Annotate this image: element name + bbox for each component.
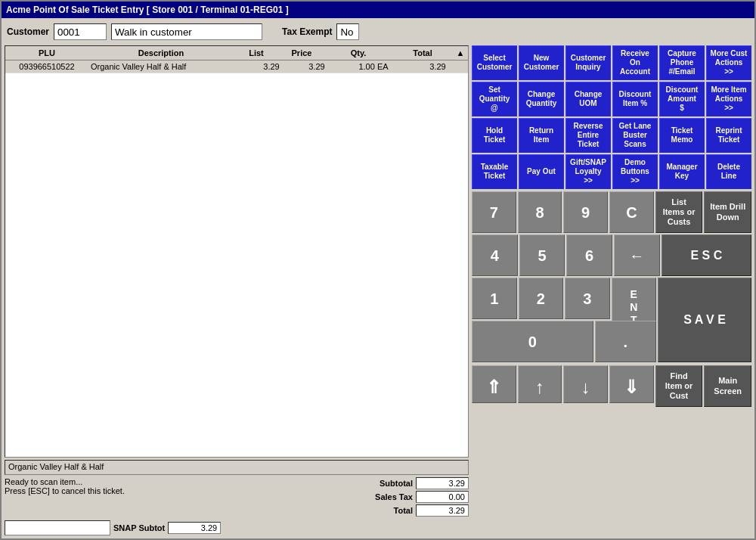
status-area: Ready to scan item... Press [ESC] to can… [5,477,357,517]
snap-value [168,522,221,534]
key-9[interactable]: 9 [563,191,608,233]
btn-up-fast[interactable]: ⇑ [472,365,516,403]
btn-pay-out[interactable]: Pay Out [519,154,564,189]
salestax-label: Sales Tax [360,492,413,501]
total-row: Total [360,504,469,517]
btn-up[interactable]: ↑ [518,365,562,403]
key-backspace[interactable]: ← [614,234,660,276]
item-description-bar: Organic Valley Half & Half [5,460,469,475]
subtotal-row: Subtotal [360,477,469,489]
btn-change-quantity[interactable]: ChangeQuantity [519,82,564,116]
btn-hold-ticket[interactable]: HoldTicket [472,118,517,153]
key-7[interactable]: 7 [472,191,516,233]
table-body: 093966510522 Organic Valley Half & Half … [5,61,468,457]
btn-get-lane-buster[interactable]: Get LaneBusterScans [612,118,658,153]
customer-label: Customer [7,26,49,37]
customer-id-input[interactable] [54,23,107,40]
cell-plu: 093966510522 [5,61,88,72]
col-list: List [234,48,279,58]
btn-down[interactable]: ↓ [563,365,608,403]
btn-more-item-actions[interactable]: More ItemActions>> [706,82,751,116]
btn-find-item[interactable]: FindItem orCust [655,365,703,407]
ticket-table: PLU Description List Price Qty. Total ▲ … [5,45,469,458]
btn-taxable-ticket[interactable]: TaxableTicket [472,154,517,189]
col-price: Price [279,48,324,58]
btn-ticket-memo[interactable]: TicketMemo [659,118,705,153]
customer-name-input[interactable] [111,23,262,40]
cell-total: 3.29 [407,61,468,72]
key-dot[interactable]: . [595,321,656,362]
totals-area: Subtotal Sales Tax Total [360,477,469,517]
table-row[interactable]: 093966510522 Organic Valley Half & Half … [5,61,468,73]
title-bar: Acme Point Of Sale Ticket Entry [ Store … [2,2,754,18]
key-6[interactable]: 6 [566,234,612,276]
btn-main-screen[interactable]: MainScreen [704,365,751,407]
cell-description: Organic Valley Half & Half [88,61,249,72]
total-label: Total [360,506,413,515]
btn-select-customer[interactable]: SelectCustomer [472,45,517,80]
tax-exempt-input[interactable] [336,23,359,40]
col-scroll: ▲ [453,48,468,58]
key-2[interactable]: 2 [519,278,564,319]
key-4[interactable]: 4 [472,234,518,276]
numpad-area: 7 8 9 C ListItems orCusts Item DrillDown… [472,191,751,407]
action-buttons-grid: SelectCustomer NewCustomer CustomerInqui… [472,45,751,189]
cell-qty: 1.00 EA [339,61,407,72]
item-description-text: Organic Valley Half & Half [8,462,104,471]
key-3[interactable]: 3 [565,278,610,319]
tax-exempt-label: Tax Exempt [282,26,332,37]
btn-manager-key[interactable]: ManagerKey [659,154,705,189]
snap-row: SNAP Subtot [5,520,469,535]
key-c[interactable]: C [609,191,654,233]
btn-change-uom[interactable]: ChangeUOM [565,82,611,116]
subtotal-value [416,477,469,489]
btn-delete-line[interactable]: DeleteLine [706,154,751,189]
table-header: PLU Description List Price Qty. Total ▲ [5,46,468,61]
btn-down-fast[interactable]: ⇓ [609,365,654,403]
btn-gift-snap[interactable]: Gift/SNAPLoyalty>> [565,154,611,189]
status-totals-area: Ready to scan item... Press [ESC] to can… [5,477,469,517]
main-window: Acme Point Of Sale Ticket Entry [ Store … [0,0,756,540]
cell-list: 3.29 [249,61,294,72]
subtotal-label: Subtotal [360,479,413,488]
title-text: Acme Point Of Sale Ticket Entry [ Store … [6,5,289,15]
customer-row: Customer Tax Exempt [5,21,751,42]
salestax-value [416,491,469,503]
btn-discount-amount[interactable]: DiscountAmount$ [659,82,705,116]
snap-label: SNAP Subtot [113,523,165,532]
key-1[interactable]: 1 [472,278,517,319]
btn-set-quantity[interactable]: SetQuantity@ [472,82,517,116]
key-0[interactable]: 0 [472,321,593,362]
btn-reprint-ticket[interactable]: ReprintTicket [706,118,751,153]
btn-new-customer[interactable]: NewCustomer [519,45,564,80]
btn-more-cust-actions[interactable]: More CustActions>> [706,45,751,80]
btn-discount-item[interactable]: DiscountItem % [612,82,658,116]
key-8[interactable]: 8 [518,191,562,233]
total-value [416,504,469,517]
right-panel: SelectCustomer NewCustomer CustomerInqui… [472,45,751,535]
btn-save[interactable]: S A V E [658,278,751,362]
btn-customer-inquiry[interactable]: CustomerInquiry [565,45,611,80]
btn-return-item[interactable]: ReturnItem [519,118,564,153]
btn-capture-phone[interactable]: CapturePhone#/Email [659,45,705,80]
status-line1: Ready to scan item... [5,477,357,486]
btn-esc[interactable]: E S C [662,234,751,276]
btn-list-items[interactable]: ListItems orCusts [655,191,703,233]
status-line2: Press [ESC] to cancel this ticket. [5,486,357,495]
col-qty: Qty. [324,48,392,58]
salestax-row: Sales Tax [360,491,469,503]
cell-price: 3.29 [294,61,339,72]
snap-barcode-input[interactable] [5,520,110,535]
btn-receive-on-account[interactable]: ReceiveOnAccount [612,45,658,80]
btn-item-drill[interactable]: Item DrillDown [704,191,751,233]
col-description: Description [88,48,234,58]
btn-demo-buttons[interactable]: DemoButtons>> [612,154,658,189]
key-5[interactable]: 5 [519,234,565,276]
col-total: Total [392,48,453,58]
btn-reverse-entire-ticket[interactable]: ReverseEntireTicket [565,118,611,153]
col-plu: PLU [5,48,88,58]
